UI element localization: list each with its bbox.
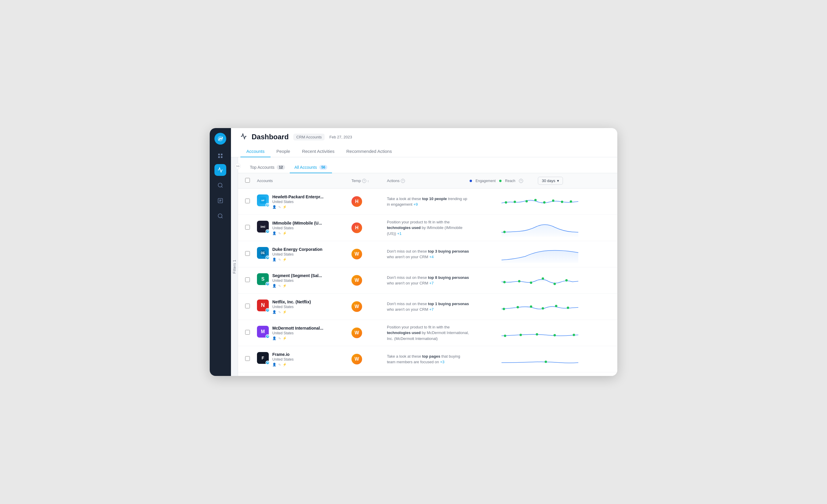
engagement-help-icon[interactable]: ?: [519, 179, 523, 183]
account-name[interactable]: Frame.io: [272, 352, 351, 357]
account-logo: N ⚙: [257, 299, 269, 311]
svg-point-27: [530, 281, 532, 284]
svg-point-29: [553, 283, 556, 285]
temp-help-icon[interactable]: ?: [362, 179, 366, 183]
bolt-icon: ⚡: [283, 362, 287, 367]
sub-tab-all-accounts[interactable]: All Accounts 56: [290, 162, 332, 173]
sub-tab-top-accounts[interactable]: Top Accounts 12: [245, 162, 290, 173]
row-checkbox[interactable]: [245, 356, 250, 361]
bolt-icon: ⚡: [283, 231, 287, 235]
app-logo[interactable]: [214, 133, 226, 145]
filters-label: Filters 1: [233, 260, 237, 274]
account-details: Duke Energy Corporation United States 👤 …: [272, 247, 351, 262]
account-logo: DE ⚙: [257, 247, 269, 259]
account-badge: ⚙: [265, 229, 270, 233]
account-country: United States: [272, 252, 351, 257]
action-link[interactable]: +4: [429, 255, 434, 259]
sidebar-item-search[interactable]: [214, 210, 226, 222]
table-header: Accounts Temp ? ↕ Actions ? Enga: [238, 173, 617, 188]
account-badge: ⚙: [265, 334, 270, 338]
action-link[interactable]: +1: [397, 231, 402, 236]
tab-recommended-actions[interactable]: Recommended Actions: [340, 146, 397, 157]
account-icons: 👤 ∿ ⚡: [272, 205, 351, 209]
tab-accounts[interactable]: Accounts: [240, 146, 271, 157]
account-details: McDermott International... United States…: [272, 326, 351, 340]
engagement-dot: [470, 180, 472, 182]
trend-icon: ∿: [278, 362, 281, 367]
row-checkbox[interactable]: [245, 277, 250, 282]
row-checkbox[interactable]: [245, 225, 250, 230]
svg-point-40: [553, 334, 556, 336]
svg-rect-1: [218, 154, 220, 155]
trend-icon: ∿: [278, 310, 281, 314]
account-name[interactable]: Duke Energy Corporation: [272, 247, 351, 252]
header-actions-label: Actions: [387, 178, 400, 183]
account-name[interactable]: Segment (Segment (Sal...: [272, 273, 351, 278]
sort-icon[interactable]: ↕: [368, 179, 369, 183]
svg-point-35: [555, 305, 557, 307]
header-temp-label: Temp: [351, 178, 361, 183]
account-country: United States: [272, 279, 351, 283]
days-dropdown[interactable]: 30 days ▾: [538, 177, 563, 185]
action-link[interactable]: +7: [429, 281, 434, 285]
sparkline: [470, 245, 610, 263]
trend-icon: ∿: [278, 205, 281, 209]
days-dropdown-label: 30 days: [542, 178, 555, 183]
account-logo: S ⚙: [257, 273, 269, 285]
filters-expand-button[interactable]: >>: [235, 163, 241, 169]
row-checkbox[interactable]: [245, 199, 250, 203]
temp-badge: W: [351, 275, 362, 286]
row-checkbox[interactable]: [245, 303, 250, 309]
tab-people[interactable]: People: [271, 146, 296, 157]
account-badge: ⚙: [265, 203, 270, 207]
svg-point-19: [552, 200, 554, 202]
sub-tab-all-accounts-label: All Accounts: [294, 165, 317, 170]
action-text: Take a look at these top 10 people trend…: [387, 196, 470, 208]
trend-icon: ∿: [278, 336, 281, 340]
sidebar-item-dashboard[interactable]: [214, 164, 226, 176]
dropdown-arrow-icon: ▾: [557, 178, 559, 183]
svg-point-15: [514, 201, 516, 203]
account-info: S ⚙ Segment (Segment (Sal... United Stat…: [257, 273, 351, 288]
svg-point-17: [534, 199, 537, 201]
action-link[interactable]: +7: [429, 307, 434, 312]
filters-sidebar: >> Filters 1: [231, 157, 238, 376]
temp-badge: W: [351, 249, 362, 259]
table-row: F ⚙ Frame.io United States 👤 ∿ ⚡: [238, 346, 617, 373]
sidebar-item-list[interactable]: [214, 195, 226, 207]
row-checkbox[interactable]: [245, 251, 250, 256]
account-details: Hewlett-Packard Enterpr... United States…: [272, 194, 351, 209]
svg-point-31: [503, 308, 505, 310]
action-text: Don't miss out on these top 3 buying per…: [387, 248, 470, 260]
account-badge: ⚙: [265, 360, 270, 365]
account-name[interactable]: McDermott International...: [272, 326, 351, 331]
account-logo: F ⚙: [257, 352, 269, 364]
grid-icon[interactable]: [215, 151, 226, 161]
action-link[interactable]: +3: [440, 360, 444, 364]
select-all-checkbox[interactable]: [245, 178, 250, 183]
svg-point-16: [526, 200, 528, 203]
person-icon: 👤: [272, 336, 277, 340]
svg-point-32: [517, 306, 519, 309]
account-details: Netflix, Inc. (Netflix) United States 👤 …: [272, 299, 351, 314]
sidebar-item-telescope[interactable]: [214, 179, 226, 191]
account-name[interactable]: Hewlett-Packard Enterpr...: [272, 194, 351, 199]
account-name[interactable]: Netflix, Inc. (Netflix): [272, 299, 351, 304]
person-icon: 👤: [272, 284, 277, 288]
svg-point-28: [542, 277, 544, 280]
temp-badge: W: [351, 301, 362, 312]
svg-point-26: [518, 280, 521, 282]
sparkline: [470, 272, 610, 289]
account-name[interactable]: IMImobile (IMImobile (U...: [272, 221, 351, 225]
person-icon: 👤: [272, 362, 277, 367]
temp-badge: H: [351, 196, 362, 207]
actions-help-icon[interactable]: ?: [401, 179, 405, 183]
temp-badge: W: [351, 354, 362, 365]
person-icon: 👤: [272, 258, 277, 262]
svg-point-14: [505, 201, 507, 204]
row-checkbox[interactable]: [245, 330, 250, 335]
account-info: DE ⚙ Duke Energy Corporation United Stat…: [257, 247, 351, 262]
tab-recent-activities[interactable]: Recent Activities: [296, 146, 340, 157]
svg-point-25: [503, 281, 506, 283]
action-link[interactable]: +9: [414, 202, 418, 207]
